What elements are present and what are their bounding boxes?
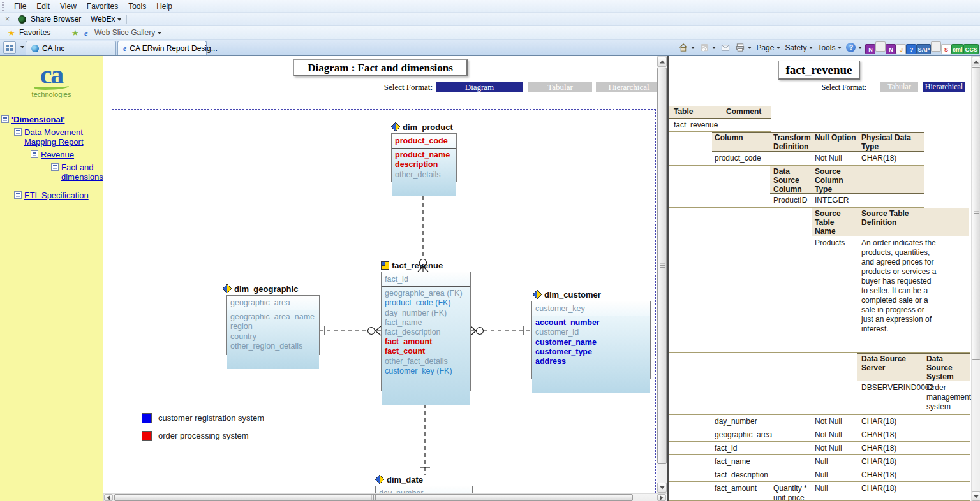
scrollbar-thumb[interactable] [657,68,667,464]
scroll-right-button[interactable] [657,494,666,501]
menu-favorites[interactable]: Favorites [82,0,123,13]
tab-bar: CA Inc eCA ERwin Report Desig... × Page … [0,40,980,55]
scroll-left-button[interactable] [104,494,113,501]
safety-menu[interactable]: Safety [783,43,814,52]
entity-fact-revenue[interactable]: fact_revenue fact_id geographic_area (FK… [381,261,471,391]
diagram-horizontal-scrollbar[interactable] [103,493,667,501]
menu-file[interactable]: File [9,0,31,13]
detail-data-row: ProductIDINTEGER [669,194,971,208]
scrollbar-thumb[interactable] [114,494,633,501]
detail-data-row: ProductsAn order indicates the products,… [669,236,971,353]
add-favorite-icon[interactable]: ★ [71,26,79,40]
share-browser-button[interactable]: Share Browser [31,13,81,26]
webex-menu[interactable]: WebEx [91,13,121,26]
contacts-icon[interactable] [931,41,941,52]
cml-icon[interactable]: cml [951,44,964,54]
web-slice-gallery-button[interactable]: Web Slice Gallery [94,26,161,40]
cell-fact-revenue: fact_revenue [674,120,718,129]
separator [63,28,63,38]
addon-icons: NNJ?SAPScmlGCS [865,41,979,54]
chevron-down-icon [858,47,862,49]
attribute-fact_amount: fact_amount [385,337,467,347]
read-mail-button[interactable] [719,43,732,52]
toolbar-grip [2,2,4,11]
ca-technologies-logo: ca technologies [17,62,87,98]
menu-help[interactable]: Help [151,0,177,13]
relationship-connectors [103,56,657,501]
format-button-hierarchical[interactable]: Hierarchical [923,82,965,92]
diagram-vertical-scrollbar[interactable] [657,56,667,493]
attribute-geographic_areaFK: geographic_area (FK) [385,289,467,298]
feed-icon [699,43,709,52]
cell-char-18-: CHAR(18) [861,154,896,163]
help-blue-icon[interactable]: ? [906,44,916,54]
cell-null: Null [815,470,828,479]
cell-productid: ProductID [773,196,807,205]
sidebar-link-data-movement-mapping-report[interactable]: Data Movement Mapping Report [24,127,84,147]
menu-view[interactable]: View [55,0,82,13]
help-menu[interactable]: ? [845,43,863,52]
onenote-icon[interactable]: N [865,44,875,54]
print-button[interactable] [734,43,753,52]
menu-edit[interactable]: Edit [31,0,55,13]
feeds-button[interactable] [698,43,717,52]
attribute-other_details: other_details [395,170,453,180]
attribute-customer_keyFK: customer_key (FK) [385,367,467,376]
sidebar-link-etl-specification[interactable]: ETL Specification [24,191,89,200]
detail-data-row: fact_amountQuantity * unit priceNullCHAR… [669,482,971,501]
send-to-onenote-icon[interactable]: N [886,44,896,54]
tab-ca-inc[interactable]: CA Inc [26,41,116,55]
sidebar-link-dimensional[interactable]: 'Dimensional' [11,115,64,124]
sidebar-link-fact-and-dimensions[interactable]: Fact and dimensions [61,163,103,182]
entity-dim-customer[interactable]: dim_customer customer_key account_number… [531,290,651,379]
options-gear-icon[interactable] [875,41,886,52]
snagit-icon[interactable]: S [941,44,951,54]
sap-icon[interactable]: SAP [916,44,931,54]
chevron-down-icon [158,32,161,34]
tools-menu[interactable]: Tools [816,43,843,52]
format-button-tabular[interactable]: Tabular [880,82,918,92]
cell-order-management-system: Order management system [926,383,970,412]
menu-items: FileEditViewFavoritesToolsHelp [9,0,177,13]
column-header-source-table-name: Source Table Name [815,209,854,236]
scroll-up-button[interactable] [972,57,980,66]
cell-fact-id: fact_id [715,444,737,453]
quick-tabs-button[interactable] [3,41,16,54]
sidebar-link-revenue[interactable]: Revenue [41,150,74,159]
scroll-down-button[interactable] [972,491,980,501]
scroll-down-button[interactable] [657,483,667,493]
favorites-button[interactable]: Favorites [19,26,50,40]
attribute-description: description [395,160,453,170]
command-bar: Page Safety Tools ? NNJ?SAPScmlGCS [677,40,979,55]
home-button[interactable] [677,43,696,52]
cell-not-null: Not Null [815,444,842,453]
tab-list-dropdown[interactable] [20,46,24,48]
webex-toolbar: × Share Browser WebEx [0,13,980,26]
attribute-fact_description: fact_description [385,328,467,337]
detail-data-row: day_numberNot NullCHAR(18) [669,415,971,428]
entity-key-area: geographic_area [227,296,319,310]
column-header-source-table-definition: Source Table Definition [861,209,932,227]
tab-ca-erwin-report-designer[interactable]: eCA ERwin Report Desig... × [117,41,207,55]
page-menu[interactable]: Page [755,43,782,52]
scrollbar-thumb[interactable] [972,67,980,360]
menu-tools[interactable]: Tools [123,0,151,13]
ca-logo-text: ca [17,62,87,87]
entity-dim-geographic[interactable]: dim_geographic geographic_area geographi… [223,284,320,355]
entity-dim-product[interactable]: dim_product product_code product_namedes… [391,122,457,182]
detail-vertical-scrollbar[interactable] [971,56,980,501]
column-header-data-source-system: Data Source System [926,354,966,381]
mail-icon [720,43,731,52]
close-toolbar-button[interactable]: × [5,13,10,26]
attribute-customer_type: customer_type [535,347,647,357]
report-tree: 'Dimensional' Data Movement Mapping Repo… [0,115,103,200]
detail-pane: fact_revenue Select Format: Tabular Hier… [667,56,980,501]
chevron-down-icon [809,47,813,49]
gcs-icon[interactable]: GCS [963,44,979,54]
research-pen-icon[interactable]: J [896,44,906,54]
favorites-star-icon: ★ [8,26,15,40]
cell-not-null: Not Null [815,417,842,426]
scroll-up-button[interactable] [657,57,667,67]
cell-null: Null [815,457,828,466]
attribute-other_region_details: other_region_details [230,342,316,351]
